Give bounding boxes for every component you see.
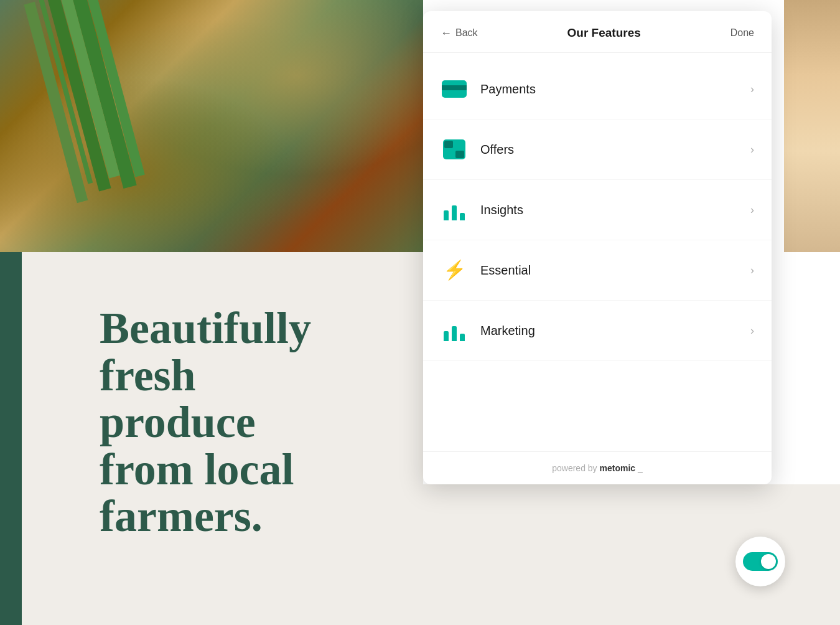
teal-strip bbox=[0, 252, 22, 625]
menu-item-payments[interactable]: Payments › bbox=[423, 59, 772, 120]
essential-label: Essential bbox=[480, 263, 750, 278]
menu-item-essential[interactable]: ⚡ Essential › bbox=[423, 240, 772, 301]
chevron-right-icon: › bbox=[750, 204, 754, 217]
done-button[interactable]: Done bbox=[730, 27, 754, 39]
lightning-icon: ⚡ bbox=[443, 261, 466, 280]
panel-header: ← Back Our Features Done bbox=[423, 11, 772, 53]
offers-icon bbox=[441, 136, 468, 163]
toggle-thumb bbox=[761, 554, 776, 569]
chevron-right-icon: › bbox=[750, 324, 754, 337]
chevron-right-icon: › bbox=[750, 264, 754, 277]
back-button[interactable]: ← Back bbox=[441, 27, 478, 40]
back-arrow-icon: ← bbox=[441, 27, 452, 40]
toggle-fab-button[interactable] bbox=[735, 537, 785, 586]
panel-footer: powered by metomic _ bbox=[423, 451, 772, 484]
essential-icon: ⚡ bbox=[441, 256, 468, 284]
menu-item-offers[interactable]: Offers › bbox=[423, 120, 772, 180]
marketing-label: Marketing bbox=[480, 324, 750, 338]
panel-title: Our Features bbox=[567, 26, 641, 40]
menu-item-insights[interactable]: Insights › bbox=[423, 180, 772, 240]
marketing-icon bbox=[441, 317, 468, 344]
top-right-image bbox=[784, 0, 840, 252]
hero-text: Beautifully fresh produce from local far… bbox=[100, 305, 311, 540]
payments-label: Payments bbox=[480, 82, 750, 96]
hero-food-image bbox=[0, 0, 423, 252]
features-panel: ← Back Our Features Done Payments › Offe… bbox=[423, 11, 772, 484]
powered-by-text: powered by bbox=[552, 463, 597, 473]
insights-icon bbox=[441, 196, 468, 223]
payments-icon bbox=[441, 75, 468, 103]
toggle-switch bbox=[743, 552, 778, 571]
back-label: Back bbox=[455, 27, 478, 39]
offers-label: Offers bbox=[480, 143, 750, 157]
insights-label: Insights bbox=[480, 203, 750, 217]
brand-name: metomic _ bbox=[600, 463, 643, 473]
chevron-right-icon: › bbox=[750, 83, 754, 96]
menu-item-marketing[interactable]: Marketing › bbox=[423, 301, 772, 361]
menu-list: Payments › Offers › Insights › bbox=[423, 53, 772, 451]
chevron-right-icon: › bbox=[750, 143, 754, 156]
